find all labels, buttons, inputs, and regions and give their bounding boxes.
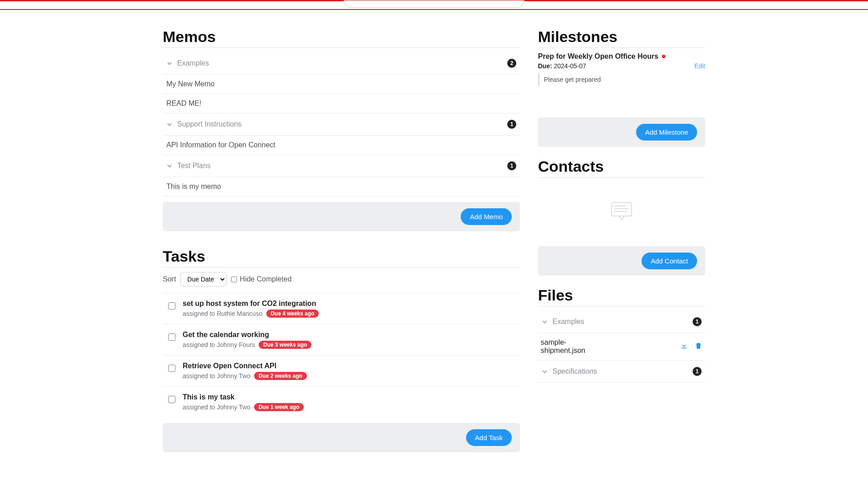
task-row[interactable]: Get the calendar working assigned to Joh… [163, 324, 520, 355]
divider [538, 306, 705, 306]
page-container: Memos Examples 2 My New Memo READ ME! [163, 10, 705, 470]
tasks-action-bar: Add Task [163, 423, 520, 452]
memo-row[interactable]: This is my memo [163, 177, 520, 197]
memo-row[interactable]: API Information for Open Connect [163, 136, 520, 155]
tasks-section: Tasks Sort Due Date Hide Completed set u… [163, 248, 520, 452]
task-assigned: assigned to Johnny Two [183, 372, 250, 380]
milestone-note: Please get prepared [538, 73, 705, 86]
divider [163, 47, 520, 48]
file-group-header[interactable]: Specifications 1 [538, 361, 705, 383]
file-group-name: Examples [552, 318, 584, 326]
task-checkbox[interactable] [168, 396, 175, 403]
milestones-section: Milestones Prep for Weekly Open Office H… [538, 28, 705, 147]
chevron-down-icon [166, 60, 173, 66]
due-pill: Due 2 weeks ago [254, 372, 307, 380]
contacts-section: Contacts Add Contact [538, 158, 705, 276]
due-value: 2024-05-07 [554, 62, 586, 70]
due-pill: Due 1 week ago [254, 403, 304, 411]
memo-row[interactable]: READ ME! [163, 94, 520, 113]
chevron-down-icon [542, 319, 548, 325]
status-dot-icon [662, 55, 665, 58]
contacts-empty-state [538, 182, 705, 241]
chevron-down-icon [166, 121, 173, 127]
left-column: Memos Examples 2 My New Memo READ ME! [163, 28, 520, 452]
task-title: Get the calendar working [183, 331, 311, 339]
contacts-title: Contacts [538, 158, 705, 175]
hide-completed-toggle[interactable]: Hide Completed [231, 275, 292, 283]
file-name: sample-shipment.json [541, 338, 604, 355]
count-badge: 1 [693, 367, 702, 376]
milestone-title-text: Prep for Weekly Open Office Hours [538, 52, 658, 61]
tasks-controls: Sort Due Date Hide Completed [163, 272, 520, 286]
search-pill[interactable] [344, 0, 524, 8]
task-assigned: assigned to Johnny Fours [183, 341, 255, 348]
memo-group-header[interactable]: Test Plans 1 [163, 155, 520, 177]
task-assigned: assigned to Ruthie Mancuso [183, 310, 263, 317]
count-badge: 2 [507, 59, 516, 68]
divider [163, 267, 520, 267]
add-memo-button[interactable]: Add Memo [461, 208, 512, 225]
memo-group-name: Examples [177, 59, 209, 67]
chevron-down-icon [542, 368, 548, 375]
edit-link[interactable]: Edit [694, 62, 705, 70]
memo-row-label: This is my memo [166, 183, 221, 190]
file-group-header[interactable]: Examples 1 [538, 311, 705, 333]
task-title: Retrieve Open Connect API [183, 362, 307, 370]
memo-group-name: Test Plans [177, 162, 211, 170]
milestones-title: Milestones [538, 28, 705, 46]
memo-group-header[interactable]: Support Instructions 1 [163, 113, 520, 136]
divider [538, 47, 705, 48]
tasks-title: Tasks [163, 248, 520, 265]
task-row[interactable]: Retrieve Open Connect API assigned to Jo… [163, 355, 520, 386]
due-label: Due: [538, 62, 552, 70]
milestones-action-bar: Add Milestone [538, 117, 705, 147]
memo-row[interactable]: My New Memo [163, 75, 520, 94]
right-column: Milestones Prep for Weekly Open Office H… [538, 28, 705, 452]
contact-card-icon [609, 201, 634, 222]
task-checkbox[interactable] [168, 333, 175, 341]
task-assigned: assigned to Johnny Two [183, 404, 250, 411]
memos-title: Memos [163, 28, 520, 46]
file-group-name: Specifications [552, 367, 597, 375]
files-title: Files [538, 286, 705, 304]
memos-action-bar: Add Memo [163, 202, 520, 231]
task-checkbox[interactable] [168, 365, 175, 372]
file-row: sample-shipment.json [538, 333, 705, 361]
count-badge: 1 [507, 161, 516, 170]
trash-icon[interactable] [694, 342, 703, 352]
memo-group-name: Support Instructions [177, 120, 241, 128]
milestone-card: Prep for Weekly Open Office Hours Due: 2… [538, 52, 705, 86]
top-bar [0, 0, 868, 10]
due-pill: Due 4 weeks ago [266, 310, 319, 318]
add-milestone-button[interactable]: Add Milestone [636, 124, 697, 141]
task-title: set up host system for CO2 integration [183, 300, 319, 308]
count-badge: 1 [507, 120, 516, 129]
task-checkbox[interactable] [168, 302, 175, 310]
memo-row-label: My New Memo [166, 80, 215, 88]
sort-select[interactable]: Due Date [180, 272, 226, 286]
divider [538, 177, 705, 178]
sort-label: Sort [163, 275, 176, 283]
memo-row-label: READ ME! [166, 99, 201, 107]
add-task-button[interactable]: Add Task [466, 429, 512, 446]
chevron-down-icon [166, 163, 173, 169]
task-title: This is my task [183, 393, 304, 401]
add-contact-button[interactable]: Add Contact [642, 253, 697, 269]
due-pill: Due 3 weeks ago [259, 341, 311, 349]
hide-completed-label: Hide Completed [240, 275, 292, 283]
memos-section: Memos Examples 2 My New Memo READ ME! [163, 28, 520, 231]
download-icon[interactable] [680, 342, 688, 352]
hide-completed-checkbox[interactable] [231, 277, 237, 282]
memo-row-label: API Information for Open Connect [166, 141, 275, 149]
count-badge: 1 [693, 317, 702, 326]
task-row[interactable]: set up host system for CO2 integration a… [163, 293, 520, 324]
files-section: Files Examples 1 sample-shipment.json [538, 286, 705, 383]
task-row[interactable]: This is my task assigned to Johnny Two D… [163, 386, 520, 418]
memo-group-header[interactable]: Examples 2 [163, 52, 520, 75]
contacts-action-bar: Add Contact [538, 246, 705, 276]
